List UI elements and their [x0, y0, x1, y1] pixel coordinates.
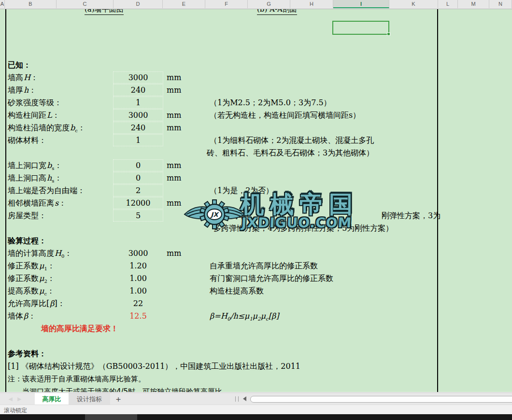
transverse-wall-distance-unit: mm	[167, 197, 181, 210]
mu2-value[interactable]: 1.00	[113, 272, 163, 285]
free-end-value[interactable]: 2	[113, 184, 163, 197]
column-width-unit: mm	[167, 122, 181, 134]
fill-handle[interactable]	[387, 32, 390, 36]
allowable-ratio-value[interactable]: 22	[113, 297, 163, 310]
verification-header-text: 验算过程：	[8, 235, 46, 247]
mortar-grade: 砂浆强度等级：1（1为M2.5；2为M5.0；3为7.5）	[0, 97, 512, 109]
note-2: 当洞口高度大于或等于墙高的4/5时，可按独立墙段验算高厚比	[0, 385, 512, 392]
wall-thickness: 墙厚h：240mm	[0, 84, 512, 97]
column-spacing-label: 构造柱间距L：	[8, 109, 60, 122]
house-type-note-2: 刚弹性方案，3为	[382, 210, 441, 222]
wall-beta-value[interactable]: 12.5	[113, 310, 163, 322]
mortar-grade-note: （1为M2.5；2为M5.0；3为7.5）	[210, 97, 331, 109]
tab-shejizhibiao[interactable]: 设计指标	[69, 393, 110, 405]
house-type-value[interactable]: 5	[113, 210, 163, 222]
free-end-label: 墙上端是否为自由端：	[8, 184, 85, 197]
wall-thickness-value[interactable]: 240	[113, 84, 163, 97]
wall-thickness-label: 墙厚h：	[8, 84, 36, 97]
mu1: 修正系数μ1：1.20自承重墙允许高厚比的修正系数	[0, 260, 512, 272]
wall-beta: 墙体β：12.5β=H0/h≤μ1μ2μc[β]	[0, 310, 512, 322]
masonry-material-label: 砌体材料：	[8, 134, 46, 147]
muc-value[interactable]: 1.00	[113, 285, 163, 297]
transverse-wall-distance-value[interactable]: 12000	[113, 197, 163, 210]
column-spacing: 构造柱间距L：3000mm（若无构造柱，构造柱间距填写横墙间距s）	[0, 109, 512, 122]
allowable-ratio: 允许高厚比[β]：22	[0, 297, 512, 310]
house-type-note: 为单	[230, 210, 246, 222]
scroll-lock-indicator: 滚动锁定	[4, 406, 27, 415]
result-text: 墙的高厚比满足要求！	[41, 322, 118, 335]
spreadsheet-window: (a)墙平面图 (b) A-A剖面 已知：墙高H：3000mm墙厚h：240mm…	[0, 0, 512, 420]
column-width: 构造柱沿墙的宽度bc：240mm	[0, 122, 512, 134]
mortar-grade-value[interactable]: 1	[113, 97, 163, 109]
print-area-border-right	[437, 9, 438, 392]
opening-height-value[interactable]: 0	[113, 172, 163, 184]
column-header-n[interactable]: N	[489, 0, 512, 8]
column-width-value[interactable]: 240	[113, 122, 163, 134]
bottom-bar	[0, 414, 512, 420]
wall-height-label: 墙高H：	[8, 71, 38, 84]
calc-height-unit: mm	[167, 247, 181, 260]
opening-height-unit: mm	[167, 172, 181, 184]
horizontal-scrollbar-thumb[interactable]	[250, 396, 512, 403]
column-header-i[interactable]: I	[333, 0, 389, 8]
masonry-material-value[interactable]: 1	[113, 134, 163, 147]
mu1-value[interactable]: 1.20	[113, 260, 163, 272]
column-header-f[interactable]: F	[205, 0, 248, 8]
column-spacing-note: （若无构造柱，构造柱间距填写横墙间距s）	[210, 109, 360, 122]
opening-width-unit: mm	[167, 159, 181, 172]
masonry-material-note: （1为细料石砌体；2为混凝土砌块、混凝土多孔	[210, 134, 374, 147]
column-header-d[interactable]: D	[114, 0, 163, 8]
masonry-material-note2: 砖、粗料石、毛料石及毛石砌体；3为其他砌体）	[0, 147, 512, 159]
column-header-e[interactable]: E	[163, 0, 205, 8]
transverse-wall-distance-label: 相邻横墙距离s：	[8, 197, 66, 210]
column-spacing-value[interactable]: 3000	[113, 109, 163, 122]
column-header-l[interactable]: L	[438, 0, 458, 8]
calc-height-value[interactable]: 3000	[113, 247, 163, 260]
free-end-note: （1为是，2为否）	[210, 184, 273, 197]
print-area-border-left	[5, 9, 6, 392]
mu2: 修正系数μ2：1.00有门窗洞口墙允许高厚比的修正系数	[0, 272, 512, 285]
note-1: 注：该表适用于自承重砌体墙高厚比验算。	[0, 373, 512, 385]
wall-thickness-unit: mm	[167, 84, 181, 97]
opening-width-value[interactable]: 0	[113, 159, 163, 172]
references-header-text: 参考资料：	[8, 348, 46, 360]
scroll-left-arrow-icon[interactable]	[243, 396, 246, 401]
allowable-ratio-label: 允许高厚比[β]：	[8, 297, 65, 310]
column-header-a[interactable]: A	[0, 0, 5, 8]
note-1-text: 注：该表适用于自承重砌体墙高厚比验算。	[8, 373, 145, 385]
wall-beta-label: 墙体β：	[8, 310, 36, 322]
column-header-c[interactable]: C	[57, 0, 114, 8]
opening-width: 墙上洞口宽bs：0mm	[0, 159, 512, 172]
column-header-k[interactable]: K	[389, 0, 438, 8]
mu1-note: 自承重墙允许高厚比的修正系数	[210, 260, 318, 272]
mortar-grade-label: 砂浆强度等级：	[8, 97, 62, 109]
sheet-area: (a)墙平面图 (b) A-A剖面 已知：墙高H：3000mm墙厚h：240mm…	[0, 0, 512, 392]
known-header: 已知：	[0, 59, 512, 71]
calc-height: 墙的计算高度H0：3000mm	[0, 247, 512, 260]
free-end: 墙上端是否为自由端：2（1为是，2为否）	[0, 184, 512, 197]
known-header-text: 已知：	[8, 59, 31, 71]
sheet-nav-buttons[interactable]: ◀▶	[0, 393, 35, 405]
column-header-row: ABCDEFGHIKLMN	[0, 0, 512, 9]
result: 墙的高厚比满足要求！	[0, 322, 512, 335]
tab-gaohoubi[interactable]: 高厚比	[35, 393, 69, 405]
selected-cell[interactable]	[332, 21, 389, 35]
column-header-g[interactable]: G	[248, 0, 290, 8]
status-bar: 滚动锁定	[0, 405, 512, 415]
masonry-material-note2-note: 砖、粗料石、毛料石及毛石砌体；3为其他砌体）	[207, 147, 374, 159]
reference-1: [1] 《砌体结构设计规范》（GB50003-2011），中国建筑工业出版社出版…	[0, 360, 512, 373]
add-sheet-button[interactable]: ＋	[112, 393, 125, 405]
column-header-b[interactable]: B	[5, 0, 57, 8]
house-type-note2-note: 多跨弹性方案，4为多跨刚弹性方案，5为刚性方案）	[213, 222, 393, 235]
sheet-tab-bar: ◀▶ 高厚比 设计指标 ＋	[0, 392, 512, 405]
house-type-note2: 多跨弹性方案，4为多跨刚弹性方案，5为刚性方案）	[0, 222, 512, 235]
muc-note: 构造柱提高系数	[210, 285, 264, 297]
verification-header: 验算过程：	[0, 235, 512, 247]
column-header-m[interactable]: M	[458, 0, 489, 8]
column-header-h[interactable]: H	[290, 0, 333, 8]
house-type-label: 房屋类型：	[8, 210, 46, 222]
note-2-text: 当洞口高度大于或等于墙高的4/5时，可按独立墙段验算高厚比	[22, 385, 222, 392]
tab-scroll-splitter[interactable]	[235, 396, 239, 402]
wall-height-value[interactable]: 3000	[113, 71, 163, 84]
house-type: 房屋类型：5为单刚弹性方案，3为	[0, 210, 512, 222]
